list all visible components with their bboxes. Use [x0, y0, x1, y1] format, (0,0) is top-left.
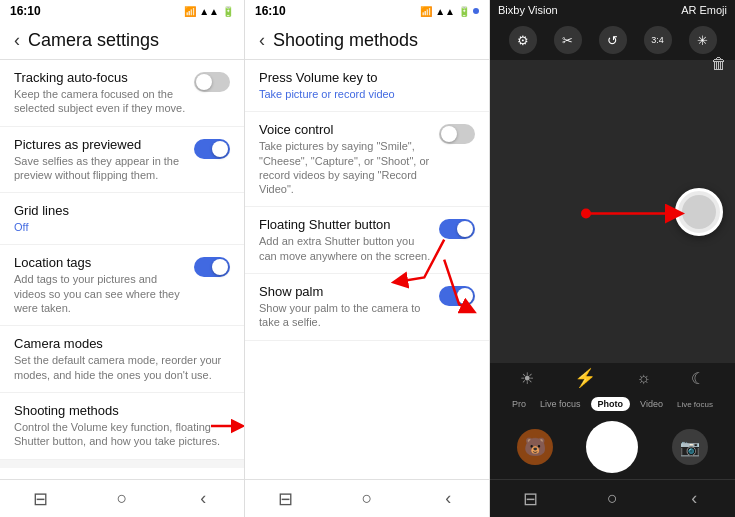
scissors-cam-icon[interactable]: ✂: [554, 26, 582, 54]
mid-battery-icon: 🔋: [458, 6, 470, 17]
show-palm-title: Show palm: [259, 284, 431, 299]
camera-viewfinder: [490, 60, 735, 363]
mid-nav-recent[interactable]: ⊟: [271, 488, 301, 510]
tab-live-focus[interactable]: Live focus: [536, 397, 585, 411]
grid-subtitle: Off: [14, 220, 230, 234]
right-nav-recent[interactable]: ⊟: [516, 488, 546, 510]
battery-icon: 🔋: [222, 6, 234, 17]
camera-top-icons: ⚙ ✂ ↺ 3:4 ✳: [490, 20, 735, 60]
mid-status-bar: 16:10 📶 ▲▲ 🔋: [245, 0, 489, 22]
mid-time: 16:10: [255, 4, 286, 18]
location-title: Location tags: [14, 255, 186, 270]
camera-modes-text: Camera modes Set the default camera mode…: [14, 336, 230, 382]
mid-status-dot: [473, 8, 479, 14]
mid-back-button[interactable]: ‹: [259, 30, 265, 51]
wifi-icon: ▲▲: [199, 6, 219, 17]
pictures-toggle[interactable]: [194, 139, 230, 159]
camera-modes-title: Camera modes: [14, 336, 230, 351]
mid-status-icons: 📶 ▲▲ 🔋: [420, 6, 479, 17]
brightness-icon[interactable]: ☼: [636, 369, 651, 387]
left-back-button[interactable]: ‹: [14, 30, 20, 51]
left-nav-back[interactable]: ‹: [188, 488, 218, 509]
reset-settings-item[interactable]: Reset settings: [0, 468, 244, 479]
show-palm-toggle[interactable]: [439, 286, 475, 306]
left-header: ‹ Camera settings: [0, 22, 244, 60]
right-nav-home[interactable]: ○: [597, 488, 627, 509]
svg-point-2: [581, 209, 591, 219]
tracking-text: Tracking auto-focus Keep the camera focu…: [14, 70, 186, 116]
setting-camera-modes[interactable]: Camera modes Set the default camera mode…: [0, 326, 244, 393]
location-text: Location tags Add tags to your pictures …: [14, 255, 186, 315]
press-volume-title: Press Volume key to: [259, 70, 475, 85]
tab-photo[interactable]: Photo: [591, 397, 631, 411]
right-nav-back[interactable]: ‹: [679, 488, 709, 509]
camera-controls-row: 🐻 📷: [490, 415, 735, 479]
left-nav-home[interactable]: ○: [107, 488, 137, 509]
mid-wifi-icon: ▲▲: [435, 6, 455, 17]
setting-location-tags[interactable]: Location tags Add tags to your pictures …: [0, 245, 244, 326]
shooting-text: Shooting methods Control the Volume key …: [14, 403, 230, 449]
setting-grid-lines[interactable]: Grid lines Off: [0, 193, 244, 245]
left-panel: 16:10 📶 ▲▲ 🔋 ‹ Camera settings Tracking …: [0, 0, 245, 517]
setting-tracking-autofocus[interactable]: Tracking auto-focus Keep the camera focu…: [0, 60, 244, 127]
floating-shutter-toggle[interactable]: [439, 219, 475, 239]
voice-control-text: Voice control Take pictures by saying "S…: [259, 122, 431, 196]
mid-signal-icon: 📶: [420, 6, 432, 17]
night-icon[interactable]: ☾: [691, 369, 705, 388]
setting-shooting-methods[interactable]: Shooting methods Control the Volume key …: [0, 393, 244, 460]
magic-cam-icon[interactable]: ✳: [689, 26, 717, 54]
left-content: Tracking auto-focus Keep the camera focu…: [0, 60, 244, 479]
mid-bottom-nav: ⊟ ○ ‹: [245, 479, 489, 517]
tracking-toggle[interactable]: [194, 72, 230, 92]
hdr-icon[interactable]: ☀: [520, 369, 534, 388]
tracking-subtitle: Keep the camera focused on the selected …: [14, 87, 186, 116]
shooting-title: Shooting methods: [14, 403, 230, 418]
ar-emoji-label: AR Emoji: [681, 4, 727, 16]
voice-control-item[interactable]: Voice control Take pictures by saying "S…: [245, 112, 489, 207]
pictures-title: Pictures as previewed: [14, 137, 186, 152]
ratio-cam-icon[interactable]: 3:4: [644, 26, 672, 54]
tab-video[interactable]: Video: [636, 397, 667, 411]
press-volume-subtitle: Take picture or record video: [259, 87, 475, 101]
press-volume-text: Press Volume key to Take picture or reco…: [259, 70, 475, 101]
tab-live-focus-2[interactable]: Live focus: [673, 398, 717, 411]
left-nav-recent[interactable]: ⊟: [26, 488, 56, 510]
show-palm-subtitle: Show your palm to the camera to take a s…: [259, 301, 431, 330]
mid-header: ‹ Shooting methods: [245, 22, 489, 60]
pictures-text: Pictures as previewed Save selfies as th…: [14, 137, 186, 183]
flash-icon[interactable]: ⚡: [574, 367, 596, 389]
delete-icon[interactable]: 🗑: [711, 55, 727, 73]
show-palm-item[interactable]: Show palm Show your palm to the camera t…: [245, 274, 489, 341]
mid-panel: 16:10 📶 ▲▲ 🔋 ‹ Shooting methods Press Vo…: [245, 0, 490, 517]
left-status-icons: 📶 ▲▲ 🔋: [184, 6, 234, 17]
camera-mode-tabs: Pro Live focus Photo Video Live focus: [490, 393, 735, 415]
location-subtitle: Add tags to your pictures and videos so …: [14, 272, 186, 315]
floating-shutter-inner: [682, 195, 716, 229]
location-toggle[interactable]: [194, 257, 230, 277]
rotate-cam-icon[interactable]: ↺: [599, 26, 627, 54]
gallery-avatar[interactable]: 🐻: [517, 429, 553, 465]
floating-shutter-subtitle: Add an extra Shutter button you can move…: [259, 234, 431, 263]
mid-nav-back[interactable]: ‹: [433, 488, 463, 509]
tab-pro[interactable]: Pro: [508, 397, 530, 411]
setting-pictures-previewed[interactable]: Pictures as previewed Save selfies as th…: [0, 127, 244, 194]
floating-shutter-text: Floating Shutter button Add an extra Shu…: [259, 217, 431, 263]
floating-shutter-button[interactable]: [675, 188, 723, 236]
shutter-main-button[interactable]: [586, 421, 638, 473]
grid-title: Grid lines: [14, 203, 230, 218]
left-status-bar: 16:10 📶 ▲▲ 🔋: [0, 0, 244, 22]
left-bottom-nav: ⊟ ○ ‹: [0, 479, 244, 517]
settings-cam-icon[interactable]: ⚙: [509, 26, 537, 54]
flip-camera-button[interactable]: 📷: [672, 429, 708, 465]
mid-nav-home[interactable]: ○: [352, 488, 382, 509]
bixby-vision-label: Bixby Vision: [498, 4, 558, 16]
floating-shutter-title: Floating Shutter button: [259, 217, 431, 232]
voice-control-title: Voice control: [259, 122, 431, 137]
camera-modes-subtitle: Set the default camera mode, reorder you…: [14, 353, 230, 382]
press-volume-item[interactable]: Press Volume key to Take picture or reco…: [245, 60, 489, 112]
camera-extra-icons: ☀ ⚡ ☼ ☾: [490, 363, 735, 393]
voice-control-toggle[interactable]: [439, 124, 475, 144]
floating-shutter-item[interactable]: Floating Shutter button Add an extra Shu…: [245, 207, 489, 274]
red-arrow-shooting: [206, 411, 244, 441]
left-panel-title: Camera settings: [28, 30, 159, 51]
